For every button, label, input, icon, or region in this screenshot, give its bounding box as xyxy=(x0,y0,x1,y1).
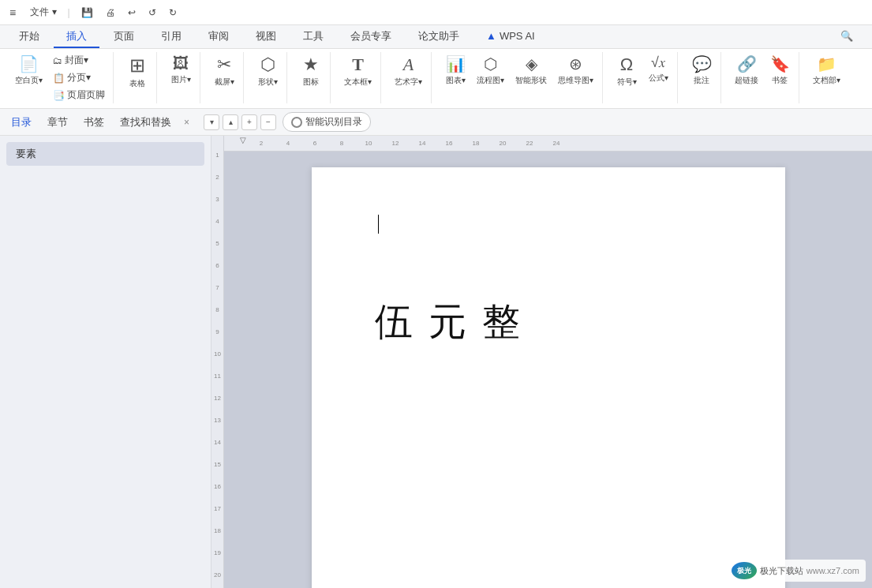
comment-btn[interactable]: 💬 批注 xyxy=(687,52,716,88)
title-bar-actions: 💾 🖨 ↩ ↺ ↻ xyxy=(77,6,182,20)
bookmark-icon: 🔖 xyxy=(770,54,790,73)
ruler-mark-2: 2 xyxy=(211,174,223,196)
icon-icon: ★ xyxy=(303,54,319,75)
tab-insert[interactable]: 插入 xyxy=(54,26,99,48)
tab-review[interactable]: 审阅 xyxy=(196,26,241,48)
chart-icon: 📊 xyxy=(446,54,466,73)
mindmap-icon: ⊛ xyxy=(569,54,582,73)
vertical-ruler: 1 2 3 4 5 6 7 8 9 10 11 12 13 14 15 16 1… xyxy=(211,136,224,588)
mindmap-btn[interactable]: ⊛ 思维导图▾ xyxy=(554,52,597,88)
tab-reference[interactable]: 引用 xyxy=(148,26,194,48)
tab-tools[interactable]: 工具 xyxy=(290,26,336,48)
undo-history-btn[interactable]: ↩ xyxy=(123,6,140,20)
smart-recognize-btn[interactable]: 智能识别目录 xyxy=(283,112,371,132)
ruler-mark-3: 3 xyxy=(211,196,223,218)
symbol-btn[interactable]: Ω 符号▾ xyxy=(612,52,641,90)
ribbon: 📄 空白页▾ 🗂 封面▾ 📋 分页▾ 📑 页眉页脚 ⊞ 表格 xyxy=(0,49,872,109)
picture-icon: 🖼 xyxy=(173,54,189,73)
ruler-mark-10: 10 xyxy=(211,350,223,373)
blank-page-btn[interactable]: 📄 空白页▾ xyxy=(11,52,47,88)
hyperlink-btn[interactable]: 🔗 超链接 xyxy=(731,52,762,88)
file-menu[interactable]: 文件 ▾ xyxy=(25,4,61,21)
symbol-icon: Ω xyxy=(620,54,633,75)
picture-btn[interactable]: 🖼 图片▾ xyxy=(167,52,195,88)
undo-btn[interactable]: ↻ xyxy=(164,6,182,20)
h-ruler-mark-12: 12 xyxy=(382,140,409,147)
h-ruler-mark-24: 24 xyxy=(543,140,570,147)
nav-panel-close-btn[interactable]: × xyxy=(182,115,191,129)
textbox-icon: T xyxy=(352,54,364,75)
ribbon-group-arttext: A 艺术字▾ xyxy=(386,52,432,103)
nav-tabs: 目录 章节 书签 查找和替换 × xyxy=(6,112,191,133)
nav-tab-chapter[interactable]: 章节 xyxy=(43,112,73,133)
ruler-mark-18: 18 xyxy=(211,527,223,549)
nav-tab-find[interactable]: 查找和替换 xyxy=(115,112,176,133)
ruler-mark-16: 16 xyxy=(211,483,223,505)
cover-btn[interactable]: 🗂 封面▾ xyxy=(50,52,108,69)
h-ruler-mark-18: 18 xyxy=(462,140,489,147)
ruler-mark-4: 4 xyxy=(211,218,223,240)
ruler-mark-14: 14 xyxy=(211,439,223,461)
headerfooter-icon: 📑 xyxy=(53,90,65,101)
nav-tab-toc[interactable]: 目录 xyxy=(6,112,36,133)
nav-remove-btn[interactable]: − xyxy=(260,114,276,130)
icon-btn[interactable]: ★ 图标 xyxy=(297,52,325,90)
smartshape-btn[interactable]: ◈ 智能形状 xyxy=(511,52,551,88)
tab-search[interactable]: 🔍 xyxy=(828,27,866,47)
ribbon-group-table: ⊞ 表格 xyxy=(118,52,157,103)
save-btn[interactable]: 💾 xyxy=(77,6,98,20)
nav-add-btn[interactable]: + xyxy=(241,114,257,130)
redo-btn[interactable]: ↺ xyxy=(144,6,161,20)
tab-page[interactable]: 页面 xyxy=(101,26,147,48)
formula-btn[interactable]: √𝑥 公式▾ xyxy=(644,52,672,86)
nav-down-btn[interactable]: ▾ xyxy=(204,114,219,130)
ribbon-group-chartflow: 📊 图表▾ ⬡ 流程图▾ ◈ 智能形状 ⊛ 思维导图▾ xyxy=(436,52,603,103)
ruler-mark-15: 15 xyxy=(211,461,223,483)
document-scroll[interactable]: 伍 元 整 xyxy=(224,152,872,588)
document-page[interactable]: 伍 元 整 xyxy=(312,167,785,588)
sidebar-item-element[interactable]: 要素 xyxy=(6,142,204,166)
ribbon-group-link: 🔗 超链接 🔖 书签 xyxy=(726,52,799,103)
hyperlink-icon: 🔗 xyxy=(737,54,757,73)
ruler-mark-19: 19 xyxy=(211,549,223,571)
print-btn[interactable]: 🖨 xyxy=(101,6,120,20)
ruler-area: 1 2 3 4 5 6 7 8 9 10 11 12 13 14 15 16 1… xyxy=(211,136,872,588)
secondary-toolbar: 目录 章节 书签 查找和替换 × ▾ ▴ + − 智能识别目录 xyxy=(0,109,872,136)
watermark: 极光 极光下载站 www.xz7.com xyxy=(725,560,866,582)
shape-btn[interactable]: ⬡ 形状▾ xyxy=(253,52,282,90)
header-footer-btn[interactable]: 📑 页眉页脚 xyxy=(50,87,108,103)
tab-wpsai[interactable]: ▲ WPS AI xyxy=(473,27,548,47)
ribbon-group-textbox: T 文本框▾ xyxy=(335,52,381,103)
nav-up-btn[interactable]: ▴ xyxy=(223,114,238,130)
screenshot-btn[interactable]: ✂ 截屏▾ xyxy=(210,52,238,90)
arttext-btn[interactable]: A 艺术字▾ xyxy=(391,52,426,90)
ruler-mark-1: 1 xyxy=(211,152,223,174)
textbox-btn[interactable]: T 文本框▾ xyxy=(340,52,376,90)
ribbon-group-screenshot: ✂ 截屏▾ xyxy=(205,52,244,103)
tab-view[interactable]: 视图 xyxy=(243,26,289,48)
tab-start[interactable]: 开始 xyxy=(6,26,52,48)
table-icon: ⊞ xyxy=(129,54,145,77)
nav-tab-bookmark[interactable]: 书签 xyxy=(79,112,109,133)
ruler-mark-12: 12 xyxy=(211,395,223,417)
tab-member[interactable]: 会员专享 xyxy=(338,26,404,48)
flowchart-btn[interactable]: ⬡ 流程图▾ xyxy=(473,52,508,88)
chart-btn[interactable]: 📊 图表▾ xyxy=(441,52,470,88)
blank-page-icon: 📄 xyxy=(19,54,39,73)
menu-icon[interactable]: ≡ xyxy=(6,5,19,21)
docpart-btn[interactable]: 📁 文档部▾ xyxy=(809,52,844,88)
ribbon-group-picture: 🖼 图片▾ xyxy=(162,52,200,103)
title-bar: ≡ 文件 ▾ | 💾 🖨 ↩ ↺ ↻ xyxy=(0,0,872,25)
document-content[interactable]: 伍 元 整 xyxy=(375,297,722,347)
ruler-mark-7: 7 xyxy=(211,284,223,306)
page-break-btn[interactable]: 📋 分页▾ xyxy=(50,69,108,86)
watermark-url: www.xz7.com xyxy=(807,566,859,575)
h-ruler-mark-2: 2 xyxy=(248,140,275,147)
bookmark-btn[interactable]: 🔖 书签 xyxy=(765,52,794,88)
h-ruler-mark-8: 8 xyxy=(328,140,355,147)
ribbon-group-pages: 📄 空白页▾ 🗂 封面▾ 📋 分页▾ 📑 页眉页脚 xyxy=(6,52,114,103)
tab-thesis[interactable]: 论文助手 xyxy=(406,26,472,48)
wpsai-logo-icon: ▲ xyxy=(486,30,496,42)
sidebar: 要素 xyxy=(0,136,211,588)
table-btn[interactable]: ⊞ 表格 xyxy=(123,52,152,92)
